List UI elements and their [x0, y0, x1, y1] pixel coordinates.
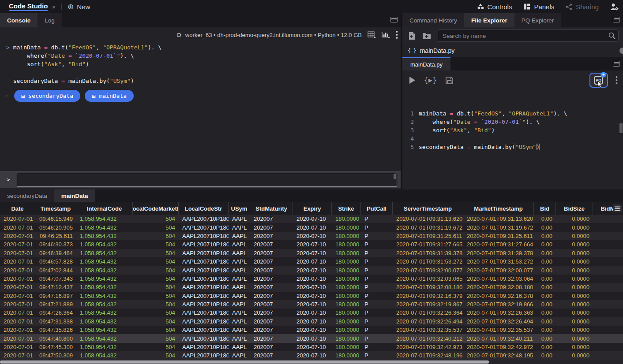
controls-menu-button[interactable]: Controls	[477, 3, 512, 11]
table-row[interactable]: 2020-07-0109:47:31.3381,058,954,432504AA…	[0, 317, 623, 326]
column-header-bidsize[interactable]: BidSize	[556, 202, 593, 215]
cell-localcodestr: AAPL200710P180	[179, 301, 229, 308]
cell-internalcode: 1,058,954,432	[76, 250, 133, 256]
new-tab-label: New	[77, 3, 90, 11]
table-row[interactable]: 2020-07-0109:47:07.3431,058,954,432504AA…	[0, 275, 623, 283]
tab-log[interactable]: Log	[38, 13, 62, 27]
column-header-bid[interactable]: Bid	[534, 202, 556, 215]
table-row[interactable]: 2020-07-0109:47:12.4371,058,954,432504AA…	[0, 283, 623, 291]
column-header-date[interactable]: Date	[0, 202, 35, 215]
column-header-strike[interactable]: Strike	[332, 202, 361, 215]
table-row[interactable]: 2020-07-0109:46:39.4641,058,954,432504AA…	[0, 249, 623, 257]
console-kebab-menu-icon[interactable]	[396, 30, 398, 39]
new-file-icon[interactable]	[409, 32, 416, 40]
cell-date: 2020-07-01	[0, 293, 35, 299]
table-row[interactable]: 2020-07-0109:47:26.3641,058,954,432504AA…	[0, 308, 623, 317]
run-selected-button[interactable]: {▶}	[424, 76, 437, 84]
tab-file-explorer[interactable]: File Explorer	[464, 13, 514, 27]
tab-console[interactable]: Console	[0, 13, 38, 27]
cell-localcodestr: AAPL200710P180	[179, 215, 229, 222]
column-header-expiry[interactable]: Expiry	[293, 202, 332, 215]
column-header-stdmaturity[interactable]: StdMaturity	[250, 202, 293, 215]
editor-kebab-menu-icon[interactable]	[615, 76, 618, 85]
cell-markettimestamp: 2020-07-01T09:32:48.195	[463, 352, 534, 359]
table-row[interactable]: 2020-07-0109:47:02.8441,058,954,432504AA…	[0, 266, 623, 274]
table-row[interactable]: 2020-07-0109:46:30.3731,058,954,432504AA…	[0, 240, 623, 249]
table-menu-icon[interactable]	[368, 31, 376, 38]
tab-pq-explorer[interactable]: PQ Explorer	[514, 13, 561, 27]
column-header-localcodemarketid[interactable]: LocalCodeMarketId	[133, 202, 179, 215]
console-output[interactable]: worker_63 • dh-prod-demo-query2.int.illu…	[0, 27, 401, 189]
table-row[interactable]: 2020-07-0109:47:40.8001,058,954,432504AA…	[0, 334, 623, 342]
cell-expiry: 2020-07-10	[293, 267, 332, 274]
cell-servertimestamp: 2020-07-01T09:32:19.867	[393, 301, 463, 308]
table-row[interactable]: 2020-07-0109:46:57.8281,058,954,432504AA…	[0, 257, 623, 266]
table-row[interactable]: 2020-07-0109:46:20.9051,058,954,432504AA…	[0, 223, 623, 231]
panel-controls-icon[interactable]	[390, 17, 398, 22]
chart-menu-icon[interactable]	[382, 31, 390, 38]
horizontal-scrollbar-thumb[interactable]	[0, 360, 489, 364]
new-tab-button[interactable]: ⊕ New	[68, 3, 90, 11]
panel-controls-icon[interactable]	[613, 61, 620, 67]
cell-internalcode: 1,058,954,432	[76, 352, 133, 359]
save-icon[interactable]	[446, 77, 453, 84]
cell-servertimestamp: 2020-07-01T09:32:40.212	[393, 335, 463, 342]
cell-markettimestamp: 2020-07-01T09:31:19.672	[463, 224, 534, 231]
cell-markettimestamp: 2020-07-01T09:32:03.064	[463, 275, 534, 282]
cell-timestamp: 09:47:07.343	[35, 275, 76, 282]
table-hamburger-menu-icon[interactable]	[613, 204, 622, 212]
run-button[interactable]	[409, 76, 416, 84]
cell-internalcode: 1,058,954,432	[76, 284, 133, 290]
panel-edge-toggle[interactable]	[619, 48, 623, 54]
result-table-button-secondarydata[interactable]: ⊞secondaryData	[14, 90, 80, 102]
collapse-marker[interactable]: −	[5, 93, 9, 99]
cell-strike: 180.0000	[332, 267, 361, 274]
create-pq-button[interactable]: PQ +	[589, 73, 608, 88]
cell-bidsize: 0.0000	[556, 284, 593, 290]
table-row[interactable]: 2020-07-0109:47:35.8261,058,954,432504AA…	[0, 326, 623, 334]
column-header-localcodestr[interactable]: LocalCodeStr	[179, 202, 229, 215]
file-list-item-maindata[interactable]: { } mainData.py	[402, 44, 623, 57]
result-table-button-maindata[interactable]: ⊞mainData	[85, 90, 134, 102]
cell-localcodemarketid: 504	[133, 352, 179, 359]
column-header-putcall[interactable]: PutCall	[361, 202, 393, 215]
user-settings-button[interactable]	[610, 3, 619, 11]
table-row[interactable]: 2020-07-0109:46:25.6111,058,954,432504AA…	[0, 232, 623, 240]
cell-localcodemarketid: 504	[133, 250, 179, 256]
console-input-scrollbar[interactable]	[394, 174, 396, 179]
code-editor[interactable]: 1mainData = db.t("FeedOS", "OPRAQuoteL1"…	[402, 90, 623, 189]
close-icon[interactable]: ×	[52, 3, 56, 11]
new-folder-icon[interactable]	[422, 32, 431, 40]
panel-controls-icon[interactable]	[613, 17, 620, 22]
table-row[interactable]: 2020-07-0109:47:16.8971,058,954,432504AA…	[0, 292, 623, 300]
table-row[interactable]: 2020-07-0109:47:50.3091,058,954,432504AA…	[0, 351, 623, 360]
cell-strike: 180.0000	[332, 258, 361, 265]
cell-timestamp: 09:46:57.828	[35, 258, 76, 265]
panels-menu-button[interactable]: Panels	[523, 3, 554, 11]
column-header-timestamp[interactable]: Timestamp	[35, 202, 76, 215]
table-row[interactable]: 2020-07-0109:47:45.3001,058,954,432504AA…	[0, 343, 623, 351]
column-header-internalcode[interactable]: InternalCode	[76, 202, 133, 215]
cell-usym: AAPL	[229, 250, 250, 256]
column-header-servertimestamp[interactable]: ServerTimestamp	[393, 202, 463, 215]
cell-localcodemarketid: 504	[133, 309, 179, 316]
workspace-tab-code-studio[interactable]: Code Studio ×	[9, 2, 56, 11]
editor-scrollbar[interactable]	[619, 123, 623, 133]
console-input[interactable]	[17, 173, 397, 187]
explorer-panel: Command HistoryFile ExplorerPQ Explorer …	[401, 13, 623, 189]
cell-usym: AAPL	[229, 335, 250, 342]
column-header-markettimestamp[interactable]: MarketTimestamp	[463, 202, 534, 215]
python-file-icon: { }	[408, 48, 416, 54]
search-icon[interactable]	[608, 32, 615, 39]
column-header-usym[interactable]: USym	[229, 202, 250, 215]
table-tab-maindata[interactable]: mainData	[54, 189, 95, 202]
console-code-line: sort("Ask", "Bid")	[6, 60, 401, 68]
table-row[interactable]: 2020-07-0109:46:15.9491,058,954,432504AA…	[0, 215, 623, 223]
table-tab-secondarydata[interactable]: secondaryData	[0, 189, 54, 202]
tab-command-history[interactable]: Command History	[402, 13, 464, 27]
cell-usym: AAPL	[229, 233, 250, 239]
cell-bid: 0.00	[534, 267, 556, 274]
table-row[interactable]: 2020-07-0109:47:21.8891,058,954,432504AA…	[0, 300, 623, 308]
editor-tab-maindata[interactable]: mainData.py	[402, 57, 450, 71]
search-input[interactable]	[438, 30, 619, 42]
